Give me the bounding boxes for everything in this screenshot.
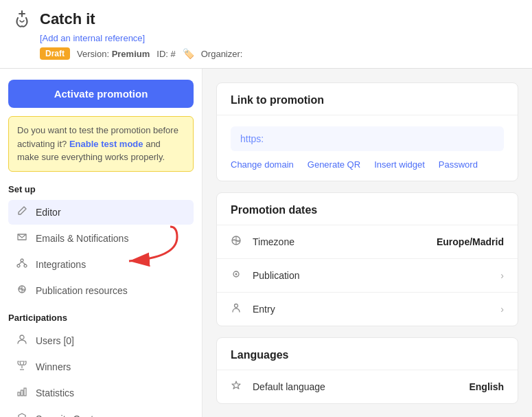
sidebar-item-emails-notifications[interactable]: Emails & Notifications — [8, 226, 194, 251]
entry-chevron: › — [500, 304, 504, 315]
default-language-value: English — [469, 381, 504, 392]
link-section-title: Link to promotion — [217, 83, 518, 115]
svg-point-3 — [21, 259, 23, 262]
winners-label: Winners — [36, 361, 71, 372]
id-label: ID: # — [157, 49, 175, 59]
svg-line-7 — [22, 262, 25, 264]
promotion-url-display: https: — [231, 126, 504, 151]
password-link[interactable]: Password — [439, 159, 478, 170]
participations-label: Participations — [8, 313, 194, 323]
languages-section-title: Languages — [217, 338, 518, 370]
sidebar-item-security-center[interactable]: Security Center — [8, 407, 194, 418]
warning-box: Do you want to test the promotion before… — [8, 116, 194, 172]
sidebar-item-users[interactable]: Users [0] — [8, 328, 194, 353]
link-actions: Change domain Generate QR Insert widget … — [231, 159, 504, 170]
entry-icon — [231, 302, 244, 316]
timezone-label: Timezone — [253, 236, 437, 247]
generate-qr-link[interactable]: Generate QR — [308, 159, 360, 170]
sidebar-item-publication-resources[interactable]: Publication resources — [8, 278, 194, 303]
svg-marker-24 — [232, 381, 240, 389]
svg-rect-14 — [18, 392, 20, 396]
sidebar-item-winners[interactable]: Winners — [8, 354, 194, 379]
publication-resources-icon — [15, 284, 29, 297]
svg-point-4 — [17, 264, 20, 267]
winners-icon — [15, 360, 29, 374]
link-to-promotion-section: Link to promotion https: Change domain G… — [216, 82, 518, 181]
users-label: Users [0] — [36, 335, 74, 346]
security-center-label: Security Center — [36, 414, 102, 418]
draft-badge: Draft — [40, 47, 70, 60]
svg-point-5 — [24, 264, 27, 267]
insert-widget-link[interactable]: Insert widget — [374, 159, 425, 170]
emails-icon — [15, 232, 29, 245]
integrations-icon — [15, 258, 29, 271]
svg-point-23 — [235, 304, 238, 308]
emails-label: Emails & Notifications — [36, 233, 128, 244]
dates-section-title: Promotion dates — [217, 193, 518, 225]
setup-label: Set up — [8, 184, 194, 194]
sidebar-item-statistics[interactable]: Statistics — [8, 381, 194, 405]
entry-label: Entry — [253, 304, 495, 315]
security-icon — [15, 412, 29, 418]
publication-resources-label: Publication resources — [36, 285, 128, 296]
svg-point-22 — [235, 273, 238, 275]
activate-promotion-button[interactable]: Activate promotion — [8, 80, 194, 108]
publication-chevron: › — [500, 270, 504, 281]
editor-icon — [15, 205, 29, 219]
publication-icon — [231, 269, 244, 282]
timezone-value: Europe/Madrid — [437, 236, 504, 247]
top-bar: Catch it [Add an internal reference] Dra… — [0, 0, 532, 69]
version-label: Version: Premium — [77, 49, 150, 59]
statistics-label: Statistics — [36, 387, 74, 398]
add-ref-link[interactable]: [Add an internal reference] — [40, 33, 521, 43]
svg-rect-16 — [24, 388, 26, 396]
change-domain-link[interactable]: Change domain — [231, 159, 294, 170]
users-icon — [15, 334, 29, 348]
statistics-icon — [15, 386, 29, 400]
sidebar: Activate promotion Do you want to test t… — [0, 69, 203, 417]
app-title: Catch it — [40, 10, 95, 28]
default-language-row: Default language English — [217, 370, 518, 403]
svg-rect-15 — [21, 390, 23, 396]
default-language-icon — [231, 380, 244, 394]
organizer-label: Organizer: — [201, 49, 243, 59]
sidebar-item-editor[interactable]: Editor — [8, 200, 194, 225]
editor-label: Editor — [36, 207, 61, 218]
content-area: Link to promotion https: Change domain G… — [203, 69, 532, 417]
svg-point-11 — [20, 335, 24, 339]
tag-icon: 🏷️ — [183, 48, 194, 59]
languages-section: Languages Default language English — [216, 337, 518, 404]
app-icon — [11, 8, 33, 30]
timezone-row: Timezone Europe/Madrid — [217, 225, 518, 259]
sidebar-item-integrations[interactable]: Integrations — [8, 252, 194, 277]
enable-test-mode-link[interactable]: Enable test mode — [69, 139, 143, 149]
entry-row[interactable]: Entry › — [217, 293, 518, 326]
svg-line-6 — [19, 262, 22, 264]
promotion-dates-section: Promotion dates Timezone Europe/Madrid — [216, 192, 518, 326]
publication-label: Publication — [253, 270, 495, 281]
publication-row[interactable]: Publication › — [217, 259, 518, 293]
integrations-label: Integrations — [36, 259, 86, 270]
default-language-label: Default language — [253, 381, 469, 392]
timezone-icon — [231, 235, 244, 249]
